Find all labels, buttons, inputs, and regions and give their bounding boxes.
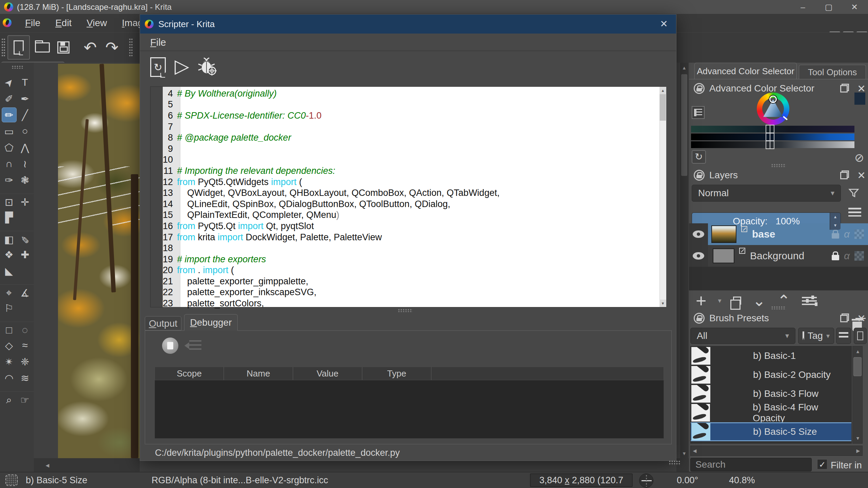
color-selector-handle[interactable]: [769, 96, 777, 103]
preset-vscroll[interactable]: ▲ ▼: [852, 346, 863, 444]
scroll-left-icon[interactable]: ◀: [691, 446, 699, 455]
tool-transform[interactable]: ⊡: [2, 195, 17, 209]
add-layer-dropdown-icon[interactable]: ▾: [718, 297, 722, 305]
tool-move[interactable]: ✛: [18, 195, 33, 209]
alpha-lock-icon[interactable]: α: [844, 250, 850, 262]
editor-splitter-handle[interactable]: [398, 309, 413, 312]
tool-rect-select[interactable]: □: [2, 323, 17, 338]
maximize-button[interactable]: ▢: [816, 0, 842, 14]
tool-freehand-brush[interactable]: ✏: [2, 107, 17, 122]
opacity-spinner[interactable]: ▲ ▼: [830, 213, 841, 230]
canvas-vscroll-thumb[interactable]: [681, 74, 687, 176]
add-layer-button[interactable]: +: [696, 294, 707, 307]
code-line-17[interactable]: 17from krita import DockWidget, Palette,…: [151, 232, 666, 243]
code-line-15[interactable]: 15 QPlainTextEdit, QCompleter, QMenu): [151, 210, 666, 221]
filter-in-tag-checkbox[interactable]: ✓: [817, 459, 827, 469]
brush-preset-row[interactable]: b) Basic-2 Opacity: [691, 365, 851, 384]
code-line-21[interactable]: 21 palette_exporter_gimppalette,: [151, 276, 666, 287]
tool-freehand-path[interactable]: ≀: [18, 156, 33, 171]
lock-icon[interactable]: [832, 255, 839, 260]
preset-hscroll[interactable]: ◀ ▶: [690, 446, 863, 456]
scroll-up-icon[interactable]: ▲: [853, 347, 862, 356]
layer-name[interactable]: Background: [750, 250, 804, 262]
tab-debugger[interactable]: Debugger: [184, 314, 238, 331]
color-selector-settings-button[interactable]: [692, 106, 705, 119]
layer-row-background[interactable]: Background α: [689, 245, 868, 267]
docker-close-icon[interactable]: ✕: [857, 313, 866, 324]
tool-assistants[interactable]: ⌖: [2, 285, 17, 300]
code-line-9[interactable]: 9: [151, 143, 666, 155]
canvas-vertical-scrollbar[interactable]: ▲ ▼: [680, 63, 688, 472]
new-script-button[interactable]: ↻: [150, 57, 166, 77]
tool-polyline[interactable]: ⋀: [18, 140, 33, 155]
menu-item-file[interactable]: File: [25, 18, 40, 28]
code-line-22[interactable]: 22 palette_exporter_inkscapeSVG,: [151, 287, 666, 298]
code-line-7[interactable]: 7: [151, 121, 666, 133]
tool-polygon-select[interactable]: ◇: [2, 338, 17, 353]
tool-rectangle[interactable]: ▭: [2, 124, 17, 139]
step-over-button[interactable]: [184, 340, 201, 352]
preset-config-button[interactable]: [854, 328, 867, 344]
scroll-down-icon[interactable]: ▼: [853, 434, 862, 443]
docker-lock-icon[interactable]: [694, 313, 705, 324]
toolbar-drag-handle[interactable]: [129, 38, 133, 57]
debugger-column-type[interactable]: Type: [362, 367, 431, 380]
scroll-right-icon[interactable]: ▶: [854, 446, 862, 455]
scroll-up-icon[interactable]: ▲: [680, 63, 688, 72]
preset-filter-dropdown[interactable]: All ▾: [690, 328, 795, 344]
code-line-11[interactable]: 11# Importing the relevant dependencies:: [151, 165, 666, 177]
docker-float-icon[interactable]: [840, 313, 849, 322]
slider-handle[interactable]: [766, 140, 774, 149]
tool-ellipse-select[interactable]: ◌: [18, 323, 33, 338]
image-dimensions[interactable]: 3,840 x 2,880 (120.7 MiB): [530, 473, 633, 487]
canvas-painting[interactable]: [58, 64, 140, 458]
blend-mode-dropdown[interactable]: Normal ▾: [692, 185, 841, 202]
debugger-column-name[interactable]: Name: [224, 367, 293, 380]
tool-color-sampler[interactable]: ✎: [18, 232, 33, 247]
docker-float-icon[interactable]: [840, 84, 849, 93]
layer-filter-button[interactable]: [844, 185, 863, 201]
tool-contiguous-select[interactable]: ✴: [2, 354, 17, 369]
tool-dynamic-brush[interactable]: ✑: [2, 172, 17, 187]
tool-pattern-edit[interactable]: ❖: [2, 247, 17, 262]
menu-item-edit[interactable]: Edit: [55, 18, 72, 28]
canvas-rotation-gauge[interactable]: [639, 473, 653, 488]
opacity-slider[interactable]: Opacity: 100% ▲ ▼: [692, 212, 841, 230]
tool-zoom[interactable]: ⌕: [2, 392, 17, 407]
tool-fill[interactable]: ◣: [2, 263, 17, 278]
tool-similar-select[interactable]: ❈: [18, 354, 33, 369]
brush-preset-row[interactable]: b) Basic-1: [691, 346, 851, 365]
layer-visibility-toggle[interactable]: [689, 245, 708, 267]
inherit-alpha-icon[interactable]: [854, 251, 864, 261]
undo-button[interactable]: ↶: [81, 39, 99, 56]
editor-scroll-thumb[interactable]: [660, 94, 666, 121]
tool-calligraphy[interactable]: ✒: [18, 91, 33, 106]
code-line-12[interactable]: 12from PyQt5.QtWidgets import (: [151, 177, 666, 188]
tool-magnetic-select[interactable]: ≋: [18, 370, 33, 385]
scripter-close-icon[interactable]: ✕: [657, 15, 671, 34]
tool-bezier-curve[interactable]: ∩: [2, 156, 17, 171]
color-slider-2[interactable]: [691, 134, 854, 140]
tool-text[interactable]: T: [18, 75, 33, 90]
minimize-button[interactable]: –: [790, 0, 816, 14]
code-line-6[interactable]: 6# SPDX-License-Identifier: CC0-1.0: [151, 110, 666, 121]
close-button[interactable]: ✕: [842, 0, 867, 14]
color-slider-1[interactable]: [691, 126, 854, 133]
scripter-titlebar[interactable]: Scripter - Krita ✕: [140, 15, 676, 34]
docker-lock-icon[interactable]: [694, 170, 705, 181]
scroll-down-icon[interactable]: ▼: [659, 300, 666, 307]
run-script-button[interactable]: ▷: [175, 57, 189, 76]
tool-edit-shapes[interactable]: ✐: [2, 91, 17, 106]
tool-measure[interactable]: ∡: [18, 285, 33, 300]
layer-properties-button[interactable]: [802, 296, 817, 306]
scroll-up-icon[interactable]: ▲: [659, 87, 666, 94]
color-history-button[interactable]: ↻: [692, 150, 706, 164]
inherit-alpha-icon[interactable]: [854, 229, 864, 239]
debugger-column-scope[interactable]: Scope: [155, 367, 224, 380]
tab-output[interactable]: Output: [145, 316, 181, 330]
code-line-16[interactable]: 16from PyQt5.Qt import Qt, pyqtSlot: [151, 221, 666, 232]
code-line-23[interactable]: 23 palette_sortColors,: [151, 298, 666, 309]
layer-thumbnail[interactable]: [713, 248, 734, 263]
color-slider-3[interactable]: [691, 141, 854, 148]
preset-vscroll-thumb[interactable]: [853, 357, 862, 376]
